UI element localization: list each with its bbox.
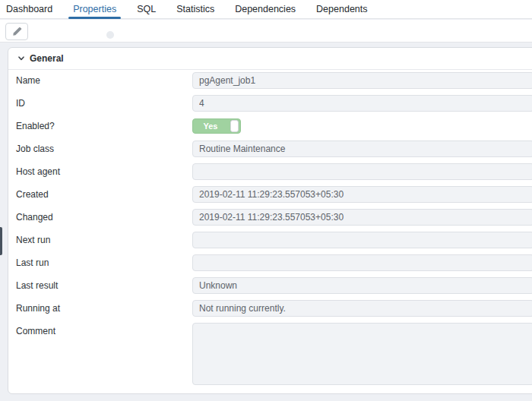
field-label-job-class: Job class — [16, 144, 192, 154]
general-panel: General NameIDEnabled?YesJob classHost a… — [8, 47, 532, 394]
property-row-running-at: Running at — [16, 300, 532, 317]
field-label-last-result: Last result — [16, 280, 192, 291]
properties-toolbar — [0, 20, 532, 43]
input-running-at[interactable] — [192, 300, 532, 317]
field-value-id — [192, 95, 532, 112]
property-row-host-agent: Host agent — [16, 163, 532, 180]
input-host-agent[interactable] — [192, 163, 532, 180]
field-label-created: Created — [16, 189, 192, 200]
section-header-general[interactable]: General — [8, 48, 532, 70]
field-value-created — [192, 186, 532, 203]
input-created[interactable] — [192, 186, 532, 203]
tab-statistics[interactable]: Statistics — [176, 0, 214, 19]
edit-object-button[interactable] — [5, 23, 28, 40]
field-value-comment — [192, 323, 532, 388]
property-row-id: ID — [16, 95, 532, 112]
section-title: General — [30, 53, 64, 64]
toggle-handle — [230, 120, 239, 132]
field-label-last-run: Last run — [16, 257, 192, 268]
property-row-created: Created — [16, 186, 532, 203]
field-value-enabled: Yes — [192, 118, 532, 134]
field-label-comment: Comment — [16, 323, 192, 336]
property-row-enabled: Enabled?Yes — [16, 118, 532, 134]
field-label-id: ID — [16, 98, 192, 109]
property-row-last-result: Last result — [16, 277, 532, 294]
field-value-job-class — [192, 141, 532, 157]
property-row-last-run: Last run — [16, 254, 532, 271]
field-label-changed: Changed — [16, 212, 192, 223]
field-value-running-at — [192, 300, 532, 317]
property-row-comment: Comment — [16, 323, 532, 388]
field-label-enabled: Enabled? — [16, 121, 192, 131]
field-value-changed — [192, 209, 532, 226]
enabled-toggle[interactable]: Yes — [192, 118, 241, 134]
tab-dashboard[interactable]: Dashboard — [6, 0, 52, 19]
field-label-running-at: Running at — [16, 303, 192, 314]
field-label-next-run: Next run — [16, 235, 192, 245]
input-last-result[interactable] — [192, 277, 532, 294]
splitter-handle[interactable] — [106, 31, 114, 39]
field-value-last-run — [192, 254, 532, 271]
field-label-host-agent: Host agent — [16, 166, 192, 177]
comment-textarea[interactable] — [192, 323, 532, 385]
pencil-edit-icon — [12, 27, 22, 36]
toggle-on-label: Yes — [193, 119, 228, 133]
tab-sql[interactable]: SQL — [137, 0, 156, 19]
input-id[interactable] — [192, 95, 532, 112]
properties-view: Dashboard Properties SQL Statistics Depe… — [0, 0, 532, 401]
tab-dependencies[interactable]: Dependencies — [235, 0, 296, 19]
tab-properties[interactable]: Properties — [73, 0, 116, 19]
input-changed[interactable] — [192, 209, 532, 226]
property-row-changed: Changed — [16, 209, 532, 226]
input-last-run[interactable] — [192, 254, 532, 271]
field-value-host-agent — [192, 163, 532, 180]
chevron-down-icon — [17, 55, 25, 62]
field-value-last-result — [192, 277, 532, 294]
property-row-next-run: Next run — [16, 232, 532, 248]
tab-dependents[interactable]: Dependents — [316, 0, 367, 19]
property-row-job-class: Job class — [16, 141, 532, 157]
input-name[interactable] — [192, 72, 532, 89]
input-job-class[interactable] — [192, 141, 532, 157]
input-next-run[interactable] — [192, 232, 532, 248]
field-value-next-run — [192, 232, 532, 248]
field-value-name — [192, 72, 532, 89]
property-row-name: Name — [16, 72, 532, 89]
left-scrollbar-thumb[interactable] — [0, 227, 2, 255]
fields-container: NameIDEnabled?YesJob classHost agentCrea… — [8, 70, 532, 388]
field-label-name: Name — [16, 75, 192, 86]
tab-bar: Dashboard Properties SQL Statistics Depe… — [0, 0, 532, 19]
